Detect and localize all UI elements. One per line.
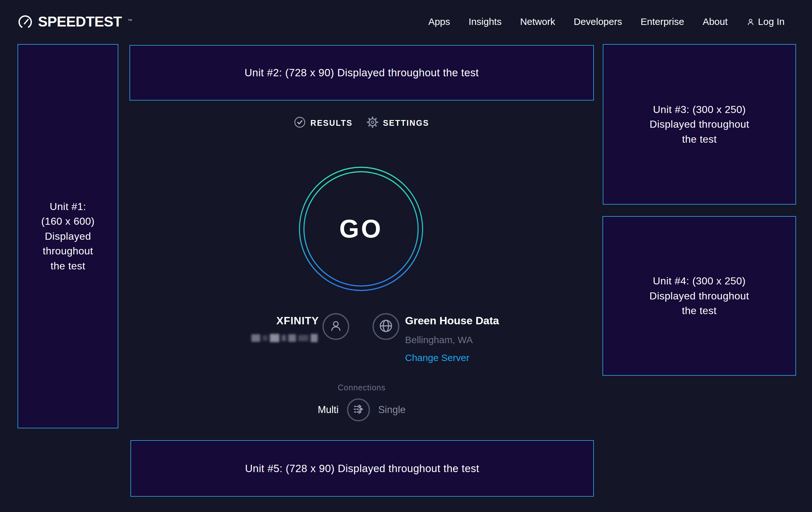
ad-unit-3-text: Unit #3: (300 x 250) Displayed throughou…	[650, 102, 749, 146]
ad-unit-1-text: Unit #1: (160 x 600) Displayed throughou…	[41, 199, 94, 273]
ad-unit-3[interactable]: Unit #3: (300 x 250) Displayed throughou…	[603, 44, 796, 205]
connections-single-label[interactable]: Single	[378, 404, 406, 415]
nav-item-developers[interactable]: Developers	[574, 16, 622, 27]
ad-unit-2-text: Unit #2: (728 x 90) Displayed throughout…	[244, 65, 479, 80]
tab-results[interactable]: RESULTS	[294, 116, 352, 129]
gauge-logo-icon	[18, 14, 33, 29]
nav-menu: Apps Insights Network Developers Enterpr…	[428, 16, 785, 27]
speedtest-logo[interactable]: SPEEDTEST ™	[18, 14, 133, 30]
go-button-label: GO	[298, 166, 424, 292]
view-tabs: RESULTS SETTINGS	[129, 115, 594, 131]
globe-icon	[379, 319, 393, 334]
server-badge	[373, 313, 399, 340]
brand-trademark: ™	[127, 18, 133, 23]
nav-item-apps[interactable]: Apps	[428, 16, 450, 27]
login-button[interactable]: Log In	[746, 16, 785, 27]
top-nav: SPEEDTEST ™ Apps Insights Network Develo…	[0, 0, 812, 44]
tab-results-label: RESULTS	[310, 118, 352, 128]
brand-name: SPEEDTEST	[38, 14, 122, 30]
person-icon	[329, 319, 343, 334]
ad-unit-1[interactable]: Unit #1: (160 x 600) Displayed throughou…	[18, 44, 118, 428]
check-circle-icon	[294, 116, 306, 129]
tab-settings[interactable]: SETTINGS	[367, 116, 429, 129]
redacted-ip-text	[251, 333, 321, 343]
connections-toggle-row: Multi Single	[129, 398, 594, 422]
user-icon	[746, 18, 755, 26]
change-server-link[interactable]: Change Server	[405, 352, 499, 363]
gear-icon	[367, 116, 378, 129]
nav-item-about[interactable]: About	[703, 16, 727, 27]
ad-unit-4-text: Unit #4: (300 x 250) Displayed throughou…	[649, 274, 749, 318]
nav-item-insights[interactable]: Insights	[468, 16, 501, 27]
ad-unit-5[interactable]: Unit #5: (728 x 90) Displayed throughout…	[130, 440, 594, 497]
server-info: Green House Data Bellingham, WA Change S…	[405, 315, 499, 363]
isp-badge	[322, 313, 349, 340]
go-button[interactable]: GO	[298, 166, 424, 292]
isp-name: XFINITY	[223, 315, 319, 327]
multi-connection-arrows-icon	[352, 403, 365, 417]
connections-label: Connections	[129, 383, 594, 392]
tab-settings-label: SETTINGS	[383, 118, 429, 128]
connections-multi-label[interactable]: Multi	[318, 404, 338, 415]
nav-item-network[interactable]: Network	[520, 16, 555, 27]
speedtest-page: { "nav": { "brand": "SPEEDTEST", "brand_…	[0, 0, 812, 512]
nav-item-enterprise[interactable]: Enterprise	[640, 16, 684, 27]
ad-unit-4[interactable]: Unit #4: (300 x 250) Displayed throughou…	[603, 216, 796, 376]
server-location: Bellingham, WA	[405, 334, 499, 345]
login-label: Log In	[758, 16, 785, 27]
ad-unit-5-text: Unit #5: (728 x 90) Displayed throughout…	[245, 461, 479, 476]
server-name: Green House Data	[405, 315, 499, 327]
connections-toggle[interactable]	[347, 398, 370, 421]
ad-unit-2[interactable]: Unit #2: (728 x 90) Displayed throughout…	[129, 45, 594, 101]
